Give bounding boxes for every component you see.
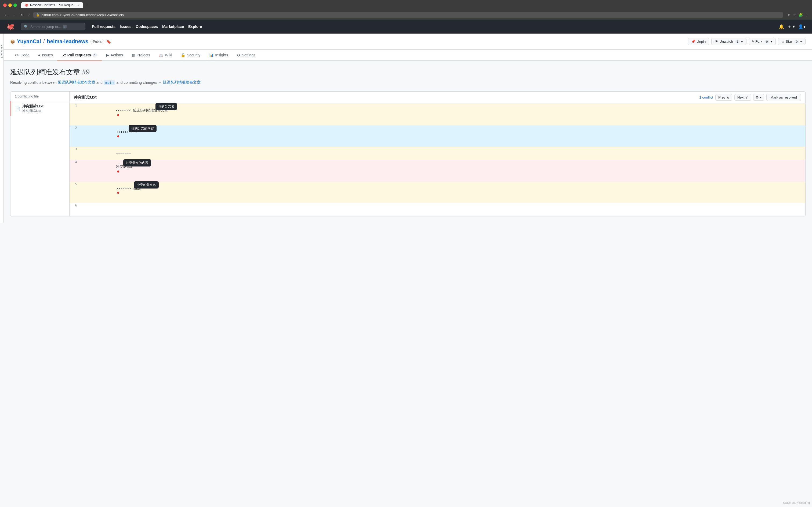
tooltip-dot-5: ● [117,190,119,194]
create-button[interactable]: ＋ ▾ [787,24,795,30]
star-button[interactable]: ☆ Star 0 ▾ [778,38,806,45]
issues-icon: ● [38,53,40,57]
conflict-sidebar: 1 conflicting file 📄 冲突测试3.txt 冲突测试3.txt [10,92,69,216]
refresh-button[interactable]: ↻ [19,12,25,18]
tab-actions-label: Actions [111,53,123,57]
share-button[interactable]: ⬆ [787,13,791,17]
settings-button[interactable]: ⚙ ▾ [753,94,764,101]
nav-codespaces[interactable]: Codespaces [136,24,158,29]
tab-actions[interactable]: ▶ Actions [102,50,127,61]
bookmark-button[interactable]: ☆ [793,13,796,17]
extensions-button[interactable]: 🧩 [798,13,803,17]
tooltip-dot-1: ● [117,113,119,117]
fork-icon: ⑂ [752,40,754,44]
repo-icon: 📦 [10,40,15,44]
file-name-main: 冲突测试3.txt [22,104,44,109]
forward-button[interactable]: → [11,12,17,18]
repo-owner[interactable]: YuyanCai [17,39,41,45]
file-icon: 📄 [15,107,20,111]
url-text: github.com/YuyanCai/heima-leadnews/pull/… [41,13,123,17]
eye-icon: 👁 [715,40,718,44]
code-line-1: 1 <<<<<<< 延迟队列精准发布文章 ● 你的分支名 [69,103,805,125]
fork-button[interactable]: ⑂ Fork 0 ▾ [749,38,776,45]
tab-insights[interactable]: 📊 Insights [205,50,232,61]
page-layout: Octotree 📦 YuyanCai / heima-leadnews Pub… [0,34,812,223]
settings-icon: ⚙ [237,53,240,57]
repo-name[interactable]: heima-leadnews [47,39,89,45]
tab-wiki[interactable]: 📖 Wiki [155,50,176,61]
tab-code-label: Code [20,53,29,57]
tab-issues[interactable]: ● Issues [34,50,57,61]
tab-projects-label: Projects [137,53,151,57]
tab-issues-label: Issues [42,53,53,57]
nav-marketplace[interactable]: Marketplace [162,24,184,29]
bookmark-icon[interactable]: 🔖 [106,40,111,44]
repo-slash: / [43,39,45,45]
fork-label: Fork [755,40,762,44]
line-content-3: ======= [80,147,805,160]
line-content-2: 1111111111 ● 你的分支的内容 [80,125,805,147]
unwatch-button[interactable]: 👁 Unwatch 1 ▾ [711,38,747,45]
pr-title: 延迟队列精准发布文章 #9 [10,67,806,77]
conflict-actions: 1 conflict Prev ∧ Next ∨ ⚙ ▾ Mark as res… [699,94,801,101]
tab-wiki-label: Wiki [165,53,172,57]
target-branch-link[interactable]: 延迟队列精准发布文章 [163,80,200,85]
active-tab[interactable]: 🐙 Resolve Conflicts · Pull Reque... ✕ [21,2,83,8]
file-info: 冲突测试3.txt 冲突测试3.txt [22,104,44,113]
star-icon: ☆ [781,40,785,44]
home-button[interactable]: ⌂ [27,12,31,18]
fork-dropdown-icon[interactable]: ▾ [770,40,772,44]
next-button[interactable]: Next ∨ [735,94,751,101]
nav-pull-requests[interactable]: Pull requests [92,24,115,29]
tab-favicon: 🐙 [24,3,28,7]
conflict-filename: 冲突测试3.txt [74,95,97,100]
tooltip-5: 冲突的分支名 [134,181,159,188]
back-button[interactable]: ← [3,12,9,18]
conflict-file-item[interactable]: 📄 冲突测试3.txt 冲突测试3.txt [10,101,69,116]
nav-issues[interactable]: Issues [120,24,131,29]
insights-icon: 📊 [209,53,214,57]
conflicting-files-header: 1 conflicting file [10,92,69,101]
menu-button[interactable]: ⋮ [805,13,809,17]
from-branch-link[interactable]: 延迟队列精准发布文章 [58,80,95,85]
unpin-button[interactable]: 📌 Unpin [688,38,709,45]
github-logo: 🐙 [6,23,14,30]
prev-button[interactable]: Prev ∧ [715,94,732,101]
new-tab-button[interactable]: + [84,2,90,8]
line-num-5: 5 [69,182,80,186]
close-button[interactable] [3,3,7,7]
code-line-3: 3 ======= [69,147,805,160]
watch-count: 1 [735,40,740,43]
star-dropdown-icon[interactable]: ▾ [800,40,802,44]
tab-pull-requests[interactable]: ⎇ Pull requests 1 [57,50,102,61]
nav-explore[interactable]: Explore [188,24,202,29]
minimize-button[interactable] [8,3,12,7]
code-line-6: 6 [69,203,805,216]
pr-title-text: 延迟队列精准发布文章 [10,68,80,76]
code-line-5: 5 >>>>>>> main ● 冲突的分支名 [69,182,805,203]
octotree-sidebar[interactable]: Octotree [0,34,4,223]
tab-settings-label: Settings [242,53,255,57]
tab-projects[interactable]: ▦ Projects [127,50,155,61]
unpin-label: Unpin [697,40,706,44]
actions-icon: ▶ [106,53,109,57]
fork-count: 0 [764,40,769,43]
tab-close-button[interactable]: ✕ [77,4,80,7]
repo-title: 📦 YuyanCai / heima-leadnews Public 🔖 [10,39,111,45]
url-bar[interactable]: 🔒 github.com/YuyanCai/heima-leadnews/pul… [33,12,783,18]
main-branch-badge[interactable]: main [104,80,115,85]
fullscreen-button[interactable] [13,3,17,7]
unwatch-label: Unwatch [719,40,733,44]
tab-settings[interactable]: ⚙ Settings [233,50,260,61]
notification-button[interactable]: 🔔 [779,24,784,29]
search-box[interactable]: 🔍 Search or jump to... / [21,23,85,30]
tab-security[interactable]: 🔒 Security [176,50,205,61]
visibility-badge: Public [91,39,104,44]
mark-resolved-button[interactable]: Mark as resolved [766,94,801,101]
user-avatar[interactable]: 👤▾ [798,24,806,29]
tab-code[interactable]: <> Code [10,50,34,61]
octotree-label: Octotree [0,44,3,58]
resolving-prefix: Resolving conflicts between [10,80,57,84]
arrow-icon: → [158,80,162,84]
watch-dropdown-icon[interactable]: ▾ [741,40,743,44]
